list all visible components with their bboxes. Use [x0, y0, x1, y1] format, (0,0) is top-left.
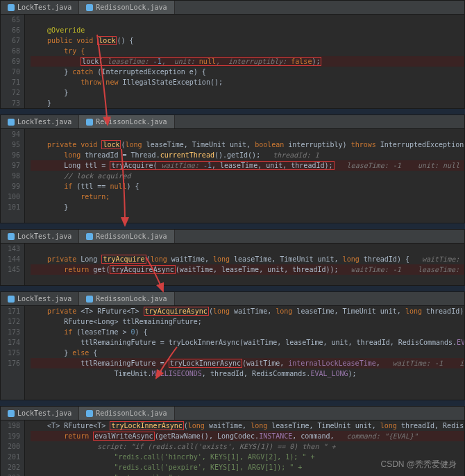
- line-num: 70: [1, 67, 20, 77]
- code-line: throw new IllegalStateException();: [31, 77, 464, 87]
- line-num: 69: [1, 56, 20, 67]
- code-line: if (ttl == null) {: [31, 181, 464, 192]
- code-line: return evalWriteAsync(getRawName(), Long…: [31, 431, 464, 441]
- file-icon: [86, 233, 93, 240]
- code-line: private void lock(long leaseTime, TimeUn…: [31, 139, 464, 150]
- tab-active[interactable]: RedissonLock.java: [79, 230, 174, 243]
- code-line: [31, 275, 464, 285]
- tab-inactive[interactable]: LockTest.java: [1, 115, 79, 128]
- file-icon: [8, 4, 15, 11]
- tab-bar: LockTest.java RedissonLock.java: [1, 115, 464, 129]
- line-num: 171: [1, 306, 20, 316]
- code-line: long threadId = Thread.currentThread().g…: [31, 150, 464, 160]
- code-panel-1: LockTest.java RedissonLock.java 65666768…: [0, 0, 465, 109]
- code-lines[interactable]: private void lock(long leaseTime, TimeUn…: [25, 129, 464, 223]
- line-num: 173: [1, 327, 20, 337]
- tab-bar: LockTest.java RedissonLock.java: [1, 407, 464, 420]
- tab-label: RedissonLock.java: [96, 232, 167, 240]
- line-num: 143: [1, 244, 20, 254]
- code-line: TimeUnit.MILLISECONDS, threadId, RedisCo…: [31, 368, 464, 379]
- line-num: 71: [1, 77, 20, 87]
- tab-active[interactable]: RedissonLock.java: [79, 292, 174, 305]
- line-num: 175: [1, 348, 20, 358]
- line-gutter: 171172173174175176: [1, 306, 25, 400]
- line-num: 172: [1, 316, 20, 327]
- code-area: 656667686970717273 @Override public void…: [1, 15, 464, 108]
- line-num: 94: [1, 129, 20, 139]
- code-line: return;: [31, 192, 464, 202]
- tab-inactive[interactable]: LockTest.java: [1, 1, 79, 14]
- code-line: }: [31, 87, 464, 98]
- tab-active[interactable]: RedissonLock.java: [79, 115, 174, 128]
- code-line: [31, 15, 464, 25]
- line-num: 68: [1, 46, 20, 56]
- line-num: 199: [1, 431, 20, 441]
- code-line: [31, 379, 464, 389]
- code-lines[interactable]: private Long tryAcquire(long waitTime, l…: [25, 244, 464, 285]
- line-num: 97: [1, 160, 20, 171]
- tab-label: RedissonLock.java: [96, 295, 167, 303]
- file-icon: [8, 296, 15, 303]
- file-icon: [8, 410, 15, 417]
- code-area: 171172173174175176 private <T> RFuture<T…: [1, 306, 464, 400]
- line-num: 200: [1, 441, 20, 452]
- file-icon: [86, 4, 93, 11]
- file-icon: [86, 119, 93, 126]
- tab-label: LockTest.java: [17, 295, 71, 303]
- code-panel-3: LockTest.java RedissonLock.java 14314414…: [0, 229, 465, 286]
- tab-inactive[interactable]: LockTest.java: [1, 230, 79, 243]
- tab-label: RedissonLock.java: [96, 118, 167, 126]
- code-lines[interactable]: private <T> RFuture<T> tryAcquireAsync(l…: [25, 306, 464, 400]
- code-panel-2: LockTest.java RedissonLock.java 94959697…: [0, 114, 465, 223]
- code-lines[interactable]: @Override public void lock() { try { loc…: [25, 15, 464, 108]
- tab-bar: LockTest.java RedissonLock.java: [1, 1, 464, 15]
- code-line: }: [31, 98, 464, 108]
- file-icon: [86, 410, 93, 417]
- line-num: 201: [1, 452, 20, 462]
- code-line: private <T> RFuture<T> tryAcquireAsync(l…: [31, 306, 464, 316]
- code-line: } else {: [31, 348, 464, 358]
- code-line: ttlRemainingFuture = tryLockInnerAsync(w…: [31, 358, 464, 368]
- code-line: }: [31, 202, 464, 212]
- line-num: 96: [1, 150, 20, 160]
- watermark: CSDN @秃秃爱健身: [380, 459, 457, 470]
- line-num: 202: [1, 462, 20, 473]
- code-line: ttlRemainingFuture = tryLockInnerAsync(w…: [31, 337, 464, 348]
- line-num: 145: [1, 264, 20, 275]
- code-line: return get(tryAcquireAsync(waitTime, lea…: [31, 264, 464, 275]
- tab-bar: LockTest.java RedissonLock.java: [1, 292, 464, 306]
- code-area: 143144145 private Long tryAcquire(long w…: [1, 244, 464, 285]
- line-num: 95: [1, 139, 20, 150]
- tab-active[interactable]: RedissonLock.java: [79, 1, 174, 14]
- line-gutter: 143144145: [1, 244, 25, 285]
- code-line: @Override: [31, 25, 464, 35]
- code-line: <T> RFuture<T> tryLockInnerAsync(long wa…: [31, 420, 464, 431]
- tab-inactive[interactable]: LockTest.java: [1, 292, 79, 305]
- code-line: [31, 244, 464, 254]
- file-icon: [8, 119, 15, 126]
- line-num: 65: [1, 15, 20, 25]
- line-num: 144: [1, 254, 20, 264]
- code-line: Long ttl = tryAcquire( waitTime: -1, lea…: [31, 160, 464, 171]
- code-area: 949596979899100101 private void lock(lon…: [1, 129, 464, 223]
- line-num: 98: [1, 171, 20, 181]
- line-gutter: 1981992002012022032042052062072082092102…: [1, 420, 25, 476]
- tab-active[interactable]: RedissonLock.java: [79, 407, 174, 420]
- code-line: [31, 212, 464, 223]
- line-num: 73: [1, 98, 20, 108]
- tab-bar: LockTest.java RedissonLock.java: [1, 230, 464, 244]
- code-line: [31, 129, 464, 139]
- code-line: private Long tryAcquire(long waitTime, l…: [31, 254, 464, 264]
- tab-inactive[interactable]: LockTest.java: [1, 407, 79, 420]
- code-line: [31, 389, 464, 400]
- code-line: lock( leaseTime: -1, unit: null, interru…: [31, 56, 464, 67]
- code-line: // lock acquired: [31, 171, 464, 181]
- line-num: 198: [1, 420, 20, 431]
- line-num: 101: [1, 202, 20, 212]
- file-icon: [8, 233, 15, 240]
- code-line: } catch (InterruptedException e) {: [31, 67, 464, 77]
- code-line: "return nil; " +: [31, 473, 464, 476]
- code-line: if (leaseTime > 0) {: [31, 327, 464, 337]
- line-num: 176: [1, 358, 20, 368]
- code-line: RFuture<Long> ttlRemainingFuture;: [31, 316, 464, 327]
